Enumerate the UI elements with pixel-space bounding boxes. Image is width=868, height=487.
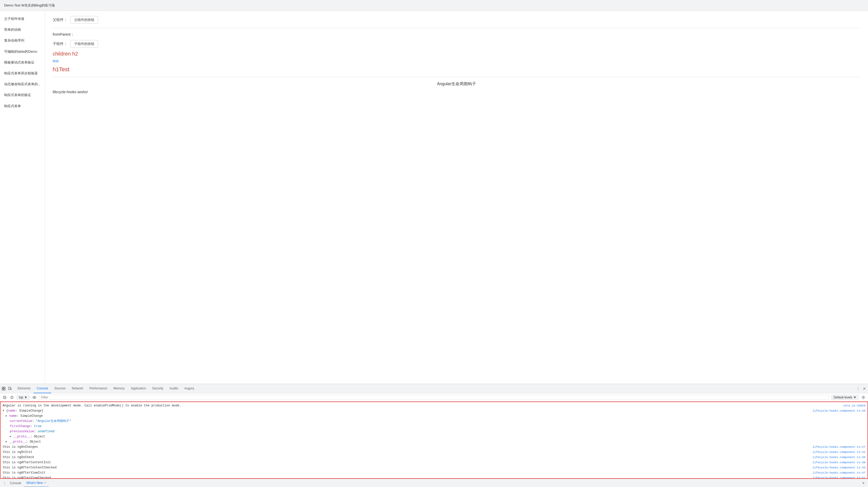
console-line-source[interactable]: core.js:16829 bbox=[843, 403, 865, 408]
sidebar-item-8[interactable]: 响应式表单 bbox=[0, 101, 45, 111]
console-line: this is ngAfterContentChecked lifecycle-… bbox=[1, 465, 867, 470]
expand-arrow-icon[interactable]: ▶ bbox=[6, 414, 8, 418]
console-toolbar: top ▼ Default levels ▼ bbox=[0, 393, 868, 401]
bottom-tab-whats-new[interactable]: What's New ✕ bbox=[24, 479, 49, 487]
console-top-label: top bbox=[19, 396, 23, 399]
sidebar-item-7[interactable]: 响应式表单的验证 bbox=[0, 90, 45, 100]
sidebar: 父子组件传值 简单的动画 复杂动画序列 可编辑的table的Demo 模板驱动式… bbox=[0, 11, 45, 384]
console-line: this is ngAfterContentInit lifecycle-hoo… bbox=[1, 460, 867, 465]
more-tabs-icon[interactable]: ⋮ bbox=[856, 386, 861, 391]
test-link[interactable]: test bbox=[53, 59, 860, 63]
tab-network[interactable]: Network bbox=[69, 384, 86, 393]
console-line-source[interactable]: lifecycle-hooks.component.ts:27 bbox=[812, 445, 865, 449]
svg-rect-5 bbox=[10, 388, 11, 390]
bottom-close-icon[interactable]: ✕ bbox=[861, 481, 866, 486]
console-line: this is ngAfterViewInit lifecycle-hooks.… bbox=[1, 470, 867, 475]
svg-rect-0 bbox=[2, 387, 3, 388]
console-line: this is ngAfterViewChecked lifecycle-hoo… bbox=[1, 475, 867, 479]
console-output: Angular is running in the development mo… bbox=[0, 401, 868, 479]
console-line: firstChange: true bbox=[1, 424, 867, 429]
close-devtools-icon[interactable]: ✕ bbox=[862, 386, 867, 391]
device-toggle-icon[interactable] bbox=[7, 386, 12, 391]
tab-memory[interactable]: Memory bbox=[110, 384, 128, 393]
bottom-tab-whats-new-close[interactable]: ✕ bbox=[44, 481, 46, 484]
devtools-tabs: Elements Console Sources Network Perform… bbox=[0, 384, 868, 393]
child-label: 子组件： bbox=[53, 41, 67, 46]
tab-elements[interactable]: Elements bbox=[14, 384, 34, 393]
console-line-source[interactable]: lifecycle-hooks.component.ts:47 bbox=[812, 470, 865, 475]
svg-line-7 bbox=[4, 397, 5, 398]
child-component-row: 子组件： 子组件的按钮 bbox=[53, 40, 860, 48]
bottom-tab-console-label: Console bbox=[10, 481, 21, 485]
divider-2 bbox=[53, 77, 860, 77]
console-line: ▶ __proto__: Object bbox=[1, 434, 867, 439]
console-line-source[interactable]: lifecycle-hooks.component.ts:51 bbox=[812, 476, 865, 479]
tab-augury[interactable]: Augury bbox=[181, 384, 197, 393]
h1-test-heading: h1Test bbox=[53, 66, 860, 73]
tab-audits[interactable]: Audits bbox=[166, 384, 181, 393]
sidebar-item-0[interactable]: 父子组件传值 bbox=[0, 13, 45, 24]
devtools-panel: Elements Console Sources Network Perform… bbox=[0, 384, 868, 487]
console-line-source[interactable]: lifecycle-hooks.component.ts:31 bbox=[812, 450, 865, 454]
preserve-log-icon[interactable] bbox=[9, 395, 14, 400]
svg-point-13 bbox=[863, 397, 864, 398]
page-content: 父组件： 父组件的按钮 fromParent： 子组件： 子组件的按钮 chil… bbox=[45, 11, 868, 384]
sidebar-item-4[interactable]: 模板驱动式表单验证 bbox=[0, 57, 45, 68]
console-filter-input[interactable] bbox=[39, 395, 829, 400]
console-line: currentValue: "Angular生命周期钩子" bbox=[1, 419, 867, 424]
parent-button[interactable]: 父组件的按钮 bbox=[70, 16, 98, 24]
console-eye-icon[interactable] bbox=[32, 395, 37, 400]
divider-1 bbox=[53, 28, 860, 28]
expand-arrow-icon[interactable]: ▼ bbox=[3, 409, 5, 413]
sidebar-item-5[interactable]: 响应式表单异步校验器 bbox=[0, 68, 45, 79]
parent-component-row: 父组件： 父组件的按钮 bbox=[53, 16, 860, 24]
console-line: this is ngOnInit lifecycle-hooks.compone… bbox=[1, 450, 867, 455]
console-top-selector[interactable]: top ▼ bbox=[17, 395, 30, 400]
child-button[interactable]: 子组件的按钮 bbox=[70, 40, 98, 48]
bottom-tab-whats-new-label: What's New bbox=[26, 481, 43, 485]
tab-performance[interactable]: Performance bbox=[86, 384, 110, 393]
console-line: ▼ {name: SimpleChange} lifecycle-hooks.c… bbox=[1, 408, 867, 413]
parent-label: 父组件： bbox=[53, 18, 67, 22]
main-content: 父子组件传值 简单的动画 复杂动画序列 可编辑的table的Demo 模板驱动式… bbox=[0, 11, 868, 384]
console-levels-arrow-icon: ▼ bbox=[853, 396, 857, 399]
sidebar-item-6[interactable]: 动态修改响应式表单的... bbox=[0, 79, 45, 90]
bottom-tab-console[interactable]: Console bbox=[7, 479, 24, 487]
inspect-element-icon[interactable] bbox=[1, 386, 6, 391]
console-line: previousValue: undefined bbox=[1, 429, 867, 434]
devtools-icon-group bbox=[1, 386, 12, 391]
console-line-source[interactable]: lifecycle-hooks.component.ts:39 bbox=[812, 460, 865, 465]
sidebar-item-1[interactable]: 简单的动画 bbox=[0, 24, 45, 35]
sidebar-item-3[interactable]: 可编辑的table的Demo bbox=[0, 46, 45, 57]
svg-rect-3 bbox=[4, 389, 5, 390]
console-line: Angular is running in the development mo… bbox=[1, 403, 867, 408]
console-line-source[interactable]: lifecycle-hooks.component.ts:26 bbox=[812, 409, 865, 413]
svg-point-12 bbox=[34, 397, 35, 398]
from-parent-text: fromParent： bbox=[53, 32, 860, 37]
tab-security[interactable]: Security bbox=[149, 384, 166, 393]
expand-arrow-icon[interactable]: ▶ bbox=[10, 434, 12, 439]
browser-title: Demo-Test W先生的Blog的练习场 bbox=[4, 3, 55, 8]
console-line: this is ngDoCheck lifecycle-hooks.compon… bbox=[1, 455, 867, 460]
devtools-tabs-right: ⋮ ✕ bbox=[856, 386, 867, 391]
expand-arrow-icon[interactable]: ▶ bbox=[6, 440, 8, 444]
console-levels-selector[interactable]: Default levels ▼ bbox=[831, 395, 859, 400]
lifecycle-works-text: lifecycle-hooks works! bbox=[53, 90, 860, 94]
bottom-tab-menu-icon[interactable]: ⋮ bbox=[2, 481, 7, 486]
tab-console[interactable]: Console bbox=[34, 384, 51, 393]
svg-point-10 bbox=[11, 398, 12, 398]
console-top-arrow-icon: ▼ bbox=[24, 396, 27, 399]
sidebar-item-2[interactable]: 复杂动画序列 bbox=[0, 35, 45, 46]
console-settings-icon[interactable] bbox=[861, 395, 866, 400]
tab-application[interactable]: Application bbox=[128, 384, 149, 393]
tab-sources[interactable]: Sources bbox=[51, 384, 69, 393]
svg-rect-1 bbox=[4, 387, 5, 388]
svg-point-11 bbox=[33, 396, 36, 398]
bottom-tab-bar: ⋮ Console What's New ✕ ✕ bbox=[0, 479, 868, 487]
clear-console-icon[interactable] bbox=[2, 395, 7, 400]
console-line-source[interactable]: lifecycle-hooks.component.ts:35 bbox=[812, 455, 865, 460]
children-h2-heading: children h2 bbox=[53, 51, 860, 57]
svg-rect-2 bbox=[2, 389, 3, 390]
console-line-source[interactable]: lifecycle-hooks.component.ts:43 bbox=[812, 465, 865, 470]
browser-top-bar: Demo-Test W先生的Blog的练习场 bbox=[0, 0, 868, 11]
